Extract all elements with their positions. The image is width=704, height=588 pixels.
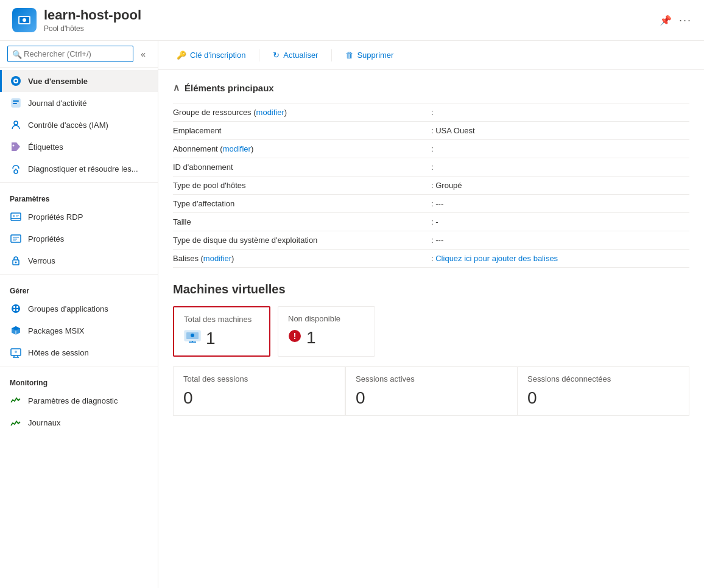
svg-rect-29 [16,309,18,311]
svg-rect-28 [13,309,15,311]
card-value-total-machines: 1 [184,329,259,348]
pin-icon[interactable]: 📌 [660,15,672,26]
app-logo [12,8,37,32]
sidebar-item-groupes-applications[interactable]: Groupes d'applications [0,298,158,320]
actualiser-label: Actualiser [283,51,318,60]
essentials-row-6: Taille : - [173,213,689,231]
nav-section-gerer: Gérer [0,277,158,298]
sidebar-item-label: Vue d'ensemble [28,77,88,86]
essentials-toggle-icon[interactable]: ∧ [173,82,180,93]
essentials-label-4: Type de pool d'hôtes [173,177,431,194]
sidebar-item-etiquettes[interactable]: Étiquettes [0,136,158,158]
sidebar-item-label: Journaux [28,418,60,427]
package-icon [10,324,22,337]
essentials-label-5: Type d'affectation [173,195,431,212]
refresh-icon: ↻ [273,51,280,60]
nav-section-parametres: Paramètres [0,185,158,206]
actualiser-button[interactable]: ↻ Actualiser [267,47,324,63]
svg-rect-18 [16,217,18,218]
svg-rect-8 [13,103,17,104]
essentials-value-1: : USA Ouest [431,122,689,139]
sidebar-item-label: Journal d'activité [28,99,86,108]
vm-section-title: Machines virtuelles [173,282,689,296]
sidebar-item-rdp[interactable]: Propriétés RDP [0,206,158,228]
essentials-label-3: ID d'abonnement [173,158,431,176]
sidebar-item-label: Groupes d'applications [28,304,108,313]
cle-inscription-label: Clé d'inscription [190,51,245,60]
sidebar-item-journal[interactable]: Journal d'activité [0,92,158,114]
svg-point-2 [23,18,26,22]
sidebar-item-hotes-session[interactable]: Hôtes de session [0,341,158,363]
toolbar-divider-2 [331,49,332,61]
supprimer-button[interactable]: 🗑 Supprimer [339,47,400,63]
essentials-value-5: : --- [431,195,689,212]
collapse-button[interactable]: « [136,47,150,61]
nav-divider-parametres [0,182,158,183]
cle-inscription-button[interactable]: 🔑 Clé d'inscription [171,47,252,63]
hosts-icon [10,346,22,359]
session-value-deconnectees: 0 [527,388,679,408]
svg-rect-7 [13,100,19,102]
essentials-row-4: Type de pool d'hôtes : Groupé [173,177,689,195]
vm-icon [184,330,201,347]
svg-point-9 [14,121,18,125]
modifier-link-8[interactable]: modifier [203,254,231,263]
sidebar-item-label: Propriétés [28,234,64,243]
app-header: learn-host-pool Pool d'hôtes 📌 ··· [0,0,704,41]
toolbar-divider-1 [259,49,259,61]
svg-rect-22 [13,240,16,241]
essentials-value-3: : [431,158,689,176]
sidebar-item-proprietes[interactable]: Propriétés [0,228,158,250]
add-balises-link[interactable]: Cliquez ici pour ajouter des balises [435,254,558,263]
essentials-label-6: Taille [173,213,431,231]
overview-icon [10,75,22,87]
sidebar-item-diagnostiquer[interactable]: Diagnostiquer et résoudre les... [0,158,158,180]
svg-rect-26 [13,306,15,308]
essentials-section: ∧ Éléments principaux Groupe de ressourc… [173,82,689,268]
card-non-disponible[interactable]: Non disponible ! 1 [278,306,375,357]
sidebar-item-label: Hôtes de session [28,348,89,357]
modifier-link-2[interactable]: modifier [223,144,251,153]
svg-point-24 [15,262,17,264]
sidebar: 🔍 « Vue d'ensemble [0,41,158,588]
session-card-deconnectees[interactable]: Sessions déconnectées 0 [518,367,689,415]
vm-section: Machines virtuelles Total des machines [173,282,689,416]
essentials-grid: Groupe de ressources (modifier) : Emplac… [173,103,689,268]
essentials-value-0: : [431,103,689,121]
modifier-link-0[interactable]: modifier [256,108,284,117]
svg-marker-10 [12,142,20,151]
sessions-row: Total des sessions 0 Sessions actives 0 … [173,366,689,416]
resource-title: learn-host-pool [44,7,660,23]
svg-point-37 [15,351,17,353]
essentials-row-3: ID d'abonnement : [173,158,689,177]
content-area: 🔑 Clé d'inscription ↻ Actualiser 🗑 Suppr… [158,41,704,588]
session-card-actives[interactable]: Sessions actives 0 [345,367,518,415]
essentials-header: ∧ Éléments principaux [173,82,689,93]
diagnose-icon [10,163,22,175]
essentials-label-2: Abonnement (modifier) [173,140,431,158]
essentials-value-7: : --- [431,231,689,249]
card-total-machines[interactable]: Total des machines [173,306,270,357]
search-input[interactable] [7,46,133,62]
sidebar-item-packages-msix[interactable]: Packages MSIX [0,320,158,341]
card-number-total: 1 [206,329,216,348]
sidebar-item-journaux[interactable]: Journaux [0,411,158,433]
svg-point-12 [14,170,18,173]
svg-rect-21 [13,239,17,240]
diagnostic-icon [10,394,22,407]
sidebar-item-vue-ensemble[interactable]: Vue d'ensemble [0,70,158,92]
session-card-total[interactable]: Total des sessions 0 [174,367,345,415]
sidebar-item-label: Étiquettes [28,142,63,152]
tags-icon [10,141,22,153]
sidebar-item-verrous[interactable]: Verrous [0,250,158,271]
sidebar-nav: Vue d'ensemble Journal d'activité Contrô… [0,68,158,588]
nav-section-monitoring: Monitoring [0,369,158,390]
svg-point-41 [191,334,194,337]
more-icon[interactable]: ··· [679,14,692,27]
sidebar-item-diagnostic[interactable]: Paramètres de diagnostic [0,390,158,411]
svg-point-11 [13,145,15,147]
card-number-non-disponible: 1 [306,328,316,348]
card-title-total-machines: Total des machines [184,315,259,324]
session-value-actives: 0 [356,388,507,408]
sidebar-item-iam[interactable]: Contrôle d'accès (IAM) [0,114,158,136]
